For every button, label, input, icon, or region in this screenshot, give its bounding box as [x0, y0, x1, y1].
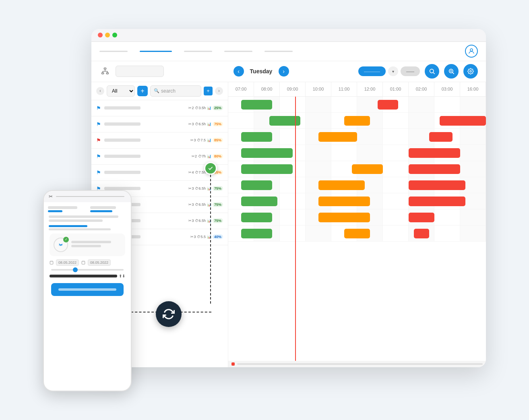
gantt-cell: [280, 97, 306, 112]
gantt-bar-green[interactable]: [241, 213, 272, 222]
sync-button[interactable]: [156, 301, 182, 327]
pct-badge: 75%: [213, 122, 223, 126]
phone-slider[interactable]: [51, 269, 124, 271]
gantt-row[interactable]: [228, 129, 486, 145]
settings-button[interactable]: [463, 64, 478, 79]
phone-slider-thumb[interactable]: [73, 267, 78, 272]
gantt-bar-red[interactable]: [409, 197, 465, 206]
gantt-bar-orange[interactable]: [318, 180, 365, 190]
gantt-bar-red[interactable]: [409, 164, 460, 174]
gantt-bar-red[interactable]: [409, 180, 465, 190]
phone-select-row: ⬆⬇: [48, 274, 127, 278]
nav-tab-3[interactable]: [184, 51, 212, 52]
resource-row[interactable]: ⚑ ✂2 ⏱7h 📊 80%: [91, 149, 228, 165]
minimize-icon[interactable]: [105, 33, 110, 37]
view-dropdown[interactable]: ▾: [388, 66, 398, 76]
svg-point-14: [470, 70, 471, 72]
gantt-bar-red[interactable]: [429, 132, 453, 142]
gantt-row[interactable]: [228, 193, 486, 209]
date-end-badge: 08.05.2022: [88, 259, 111, 266]
gantt-cell: [280, 193, 306, 209]
gantt-bar-green[interactable]: [241, 164, 293, 174]
resource-row[interactable]: ⚑ ✂2 ⏱3.5h 📊 25%: [91, 100, 228, 116]
svg-rect-1: [104, 68, 106, 69]
gantt-row[interactable]: [228, 161, 486, 177]
gantt-cell: [383, 177, 409, 193]
gantt-bar-red[interactable]: [440, 116, 486, 126]
stat-time: ⏱6.5h: [195, 203, 206, 207]
gantt-row[interactable]: [228, 113, 486, 129]
flag-icon: ⚑: [96, 137, 101, 143]
gantt-bar-green[interactable]: [241, 148, 293, 158]
gantt-bar-red[interactable]: [414, 229, 429, 238]
nav-tab-2[interactable]: [140, 51, 172, 52]
stat-time: ⏱6.5h: [195, 122, 206, 126]
gantt-bar-orange[interactable]: [344, 116, 370, 126]
gantt-row[interactable]: [228, 97, 486, 113]
org-input[interactable]: [116, 66, 164, 77]
stat-cuts: ✂2: [192, 154, 197, 158]
monitor: ‹ Tuesday › ———— ▾ ——: [91, 29, 486, 367]
maximize-icon[interactable]: [112, 33, 117, 37]
resource-stats: ✂2 ⏱3.5h 📊 25%: [188, 106, 223, 110]
resource-row[interactable]: ⚑ ✂3 ⏱7.5 📊 85%: [91, 132, 228, 149]
resource-row[interactable]: ⚑ ✂3 ⏱6.5h 📊 75%: [91, 116, 228, 132]
gantt-bar-green[interactable]: [241, 100, 272, 110]
next-day-button[interactable]: ›: [279, 66, 289, 77]
gantt-cell: [460, 161, 486, 177]
gantt-bar-green[interactable]: [241, 229, 272, 238]
gantt-bar-green[interactable]: [241, 132, 272, 142]
resource-name-bar: [104, 106, 141, 110]
gantt-row[interactable]: [228, 209, 486, 226]
view-pill[interactable]: ————: [358, 66, 386, 76]
filter-back-button[interactable]: ‹: [96, 87, 104, 95]
phone-cta-button[interactable]: [51, 283, 124, 296]
user-avatar[interactable]: [465, 45, 478, 58]
prev-day-button[interactable]: ‹: [234, 66, 244, 77]
stat-chart: 📊: [207, 106, 211, 110]
stat-cuts: ✂3: [188, 122, 194, 126]
gantt-cell: [434, 226, 460, 241]
filter-forward-button[interactable]: ›: [215, 87, 223, 95]
zoom-button[interactable]: [444, 64, 459, 79]
flag-icon: ⚑: [96, 121, 101, 127]
gantt-bar-red[interactable]: [409, 148, 460, 158]
add-resource-button[interactable]: +: [137, 86, 148, 96]
scene: ‹ Tuesday › ———— ▾ ——: [43, 29, 486, 391]
resource-name-bar: [104, 139, 141, 142]
time-slot-03:00: 03:00: [434, 82, 460, 96]
gantt-scrollbar: [228, 361, 486, 367]
gantt-cell: [434, 209, 460, 225]
phone-card-text: [71, 241, 121, 249]
search-button[interactable]: [425, 64, 439, 79]
time-slot-09:00: 09:00: [280, 82, 306, 96]
gantt-cell: [306, 113, 331, 128]
gantt-bar-green[interactable]: [241, 180, 272, 190]
org-icon: [99, 66, 111, 77]
search-add-button[interactable]: +: [204, 87, 213, 95]
scroll-thumb[interactable]: [231, 362, 235, 366]
gantt-bar-red[interactable]: [378, 100, 398, 110]
scroll-track[interactable]: [237, 363, 483, 365]
stat-chart: 📊: [207, 138, 211, 142]
gantt-bar-orange[interactable]: [352, 164, 383, 174]
nav-tab-5[interactable]: [264, 51, 293, 52]
stat-cuts: ✂3: [188, 186, 194, 190]
gantt-row[interactable]: [228, 145, 486, 161]
nav-tab-1[interactable]: [99, 51, 128, 52]
gantt-row[interactable]: [228, 226, 486, 242]
gantt-bar-red[interactable]: [409, 213, 434, 222]
gantt-row[interactable]: [228, 177, 486, 193]
gantt-cell: [280, 177, 306, 193]
gantt-bar-orange[interactable]: [318, 197, 370, 206]
gantt-bar-orange[interactable]: [344, 229, 370, 238]
gantt-bar-orange[interactable]: [318, 132, 357, 142]
nav-tab-4[interactable]: [224, 51, 252, 52]
gantt-cell: [383, 129, 409, 145]
close-icon[interactable]: [98, 33, 103, 37]
svg-rect-15: [50, 261, 53, 264]
filter-select[interactable]: All: [107, 85, 135, 97]
view-dash[interactable]: ——: [401, 66, 420, 76]
gantt-bar-green[interactable]: [241, 197, 277, 206]
gantt-bar-orange[interactable]: [318, 213, 370, 222]
